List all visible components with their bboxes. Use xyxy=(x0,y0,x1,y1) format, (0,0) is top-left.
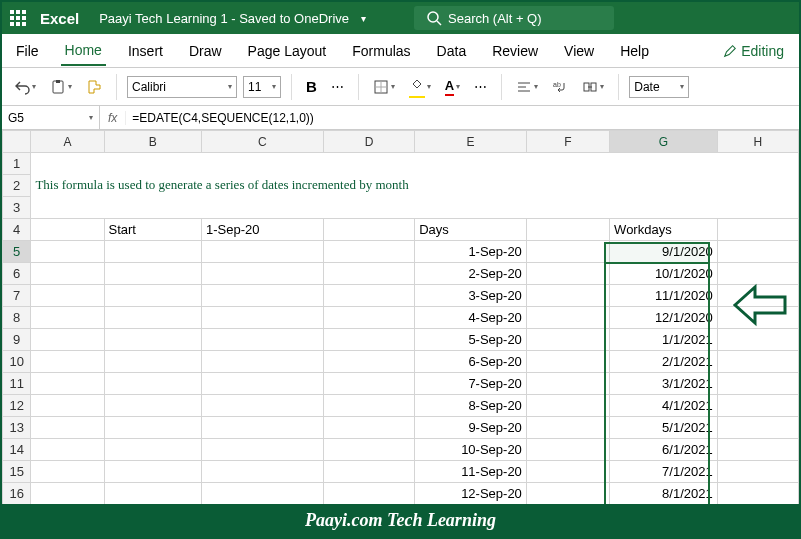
row-header[interactable]: 16 xyxy=(3,483,31,505)
cell[interactable] xyxy=(201,417,323,439)
cell[interactable] xyxy=(526,263,609,285)
row-header[interactable]: 10 xyxy=(3,351,31,373)
col-header[interactable]: H xyxy=(717,131,798,153)
wrap-text-button[interactable]: ab xyxy=(548,77,572,97)
cell[interactable] xyxy=(31,285,104,307)
cell[interactable] xyxy=(104,483,201,505)
row-header[interactable]: 15 xyxy=(3,461,31,483)
row-header[interactable]: 12 xyxy=(3,395,31,417)
cell[interactable]: 2-Sep-20 xyxy=(415,263,527,285)
formula-input[interactable]: =EDATE(C4,SEQUENCE(12,1,0)) xyxy=(126,111,799,125)
tab-draw[interactable]: Draw xyxy=(185,37,226,65)
fill-color-button[interactable]: ▾ xyxy=(405,74,435,100)
fx-icon[interactable]: fx xyxy=(100,111,126,125)
align-button[interactable]: ▾ xyxy=(512,77,542,97)
col-header[interactable]: E xyxy=(415,131,527,153)
cell[interactable] xyxy=(323,395,414,417)
font-select[interactable]: Calibri▾ xyxy=(127,76,237,98)
tab-insert[interactable]: Insert xyxy=(124,37,167,65)
format-painter-button[interactable] xyxy=(82,77,106,97)
cell[interactable] xyxy=(526,373,609,395)
cell[interactable] xyxy=(201,241,323,263)
cell[interactable]: 3-Sep-20 xyxy=(415,285,527,307)
cell[interactable] xyxy=(717,395,798,417)
row-header[interactable]: 3 xyxy=(3,197,31,219)
cell[interactable] xyxy=(201,483,323,505)
cell[interactable] xyxy=(717,483,798,505)
row-header[interactable]: 5 xyxy=(3,241,31,263)
merge-button[interactable]: ▾ xyxy=(578,77,608,97)
cell[interactable] xyxy=(201,307,323,329)
cell[interactable] xyxy=(526,417,609,439)
more-button[interactable]: ⋯ xyxy=(470,77,491,96)
cell[interactable] xyxy=(323,241,414,263)
cell[interactable] xyxy=(717,219,798,241)
cell[interactable] xyxy=(323,351,414,373)
cell[interactable] xyxy=(31,417,104,439)
cell[interactable] xyxy=(526,483,609,505)
cell[interactable] xyxy=(31,219,104,241)
cell[interactable] xyxy=(526,461,609,483)
cell[interactable] xyxy=(201,329,323,351)
col-header[interactable]: B xyxy=(104,131,201,153)
cell[interactable]: 9-Sep-20 xyxy=(415,417,527,439)
tab-formulas[interactable]: Formulas xyxy=(348,37,414,65)
cell[interactable] xyxy=(201,263,323,285)
cell[interactable] xyxy=(717,461,798,483)
row-header[interactable]: 11 xyxy=(3,373,31,395)
cell[interactable] xyxy=(31,395,104,417)
cell[interactable] xyxy=(104,461,201,483)
editing-mode[interactable]: Editing xyxy=(718,40,789,62)
cell[interactable] xyxy=(323,329,414,351)
cell[interactable] xyxy=(323,285,414,307)
cell[interactable] xyxy=(717,351,798,373)
cell[interactable]: 6/1/2021 xyxy=(610,439,718,461)
cell[interactable] xyxy=(31,373,104,395)
cell[interactable] xyxy=(104,417,201,439)
col-header[interactable]: C xyxy=(201,131,323,153)
tab-file[interactable]: File xyxy=(12,37,43,65)
cell[interactable]: 5/1/2021 xyxy=(610,417,718,439)
cell[interactable] xyxy=(323,373,414,395)
select-all-corner[interactable] xyxy=(3,131,31,153)
name-box[interactable]: G5▾ xyxy=(2,106,100,129)
cell[interactable] xyxy=(104,241,201,263)
col-header[interactable]: F xyxy=(526,131,609,153)
cell[interactable] xyxy=(31,483,104,505)
tab-data[interactable]: Data xyxy=(433,37,471,65)
cell[interactable] xyxy=(526,307,609,329)
cell[interactable]: Workdays xyxy=(610,219,718,241)
cell[interactable] xyxy=(104,373,201,395)
tab-page-layout[interactable]: Page Layout xyxy=(244,37,331,65)
cell[interactable] xyxy=(31,329,104,351)
cell[interactable] xyxy=(104,351,201,373)
cell[interactable]: 7-Sep-20 xyxy=(415,373,527,395)
row-header[interactable]: 6 xyxy=(3,263,31,285)
cell[interactable]: 8-Sep-20 xyxy=(415,395,527,417)
cell[interactable] xyxy=(323,307,414,329)
cell[interactable]: 11-Sep-20 xyxy=(415,461,527,483)
cell[interactable] xyxy=(104,307,201,329)
undo-button[interactable]: ▾ xyxy=(10,77,40,97)
font-size-select[interactable]: 11▾ xyxy=(243,76,281,98)
cell[interactable] xyxy=(104,285,201,307)
cell[interactable] xyxy=(31,439,104,461)
cell[interactable] xyxy=(526,241,609,263)
cell[interactable] xyxy=(323,439,414,461)
row-header[interactable]: 4 xyxy=(3,219,31,241)
font-color-button[interactable]: A▾ xyxy=(441,76,464,98)
cell[interactable] xyxy=(323,263,414,285)
cell[interactable] xyxy=(526,351,609,373)
cell[interactable] xyxy=(717,241,798,263)
row-header[interactable]: 14 xyxy=(3,439,31,461)
cell[interactable]: 1-Sep-20 xyxy=(415,241,527,263)
bold-button[interactable]: B xyxy=(302,76,321,97)
cell[interactable] xyxy=(526,285,609,307)
cell[interactable]: 12-Sep-20 xyxy=(415,483,527,505)
cell[interactable] xyxy=(526,395,609,417)
cell[interactable] xyxy=(323,483,414,505)
cell[interactable] xyxy=(201,395,323,417)
cell[interactable] xyxy=(323,219,414,241)
row-header[interactable]: 8 xyxy=(3,307,31,329)
cell[interactable]: Start xyxy=(104,219,201,241)
